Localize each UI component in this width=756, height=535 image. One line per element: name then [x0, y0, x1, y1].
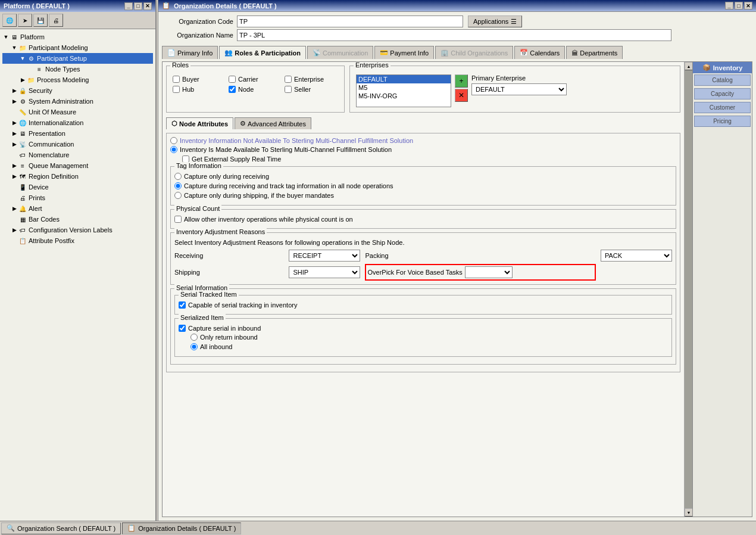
- print-toolbar-btn[interactable]: 🖨: [49, 14, 63, 27]
- applications-button[interactable]: Applications ☰: [468, 15, 522, 27]
- nomenclature-label: Nomenclature: [29, 151, 69, 158]
- sidebar-capacity-btn[interactable]: Capacity: [694, 88, 751, 99]
- tree-item-i18n[interactable]: ▶ 🌐 Internationalization: [2, 117, 153, 128]
- attr-postfix-label: Attribute Postfix: [29, 237, 74, 244]
- tab-primary-info[interactable]: 📄 Primary Info: [162, 46, 218, 59]
- radio-available[interactable]: [170, 146, 177, 153]
- remove-enterprise-btn[interactable]: ✕: [455, 89, 468, 102]
- close-btn[interactable]: ✕: [143, 2, 152, 10]
- enterprise-item-default[interactable]: DEFAULT: [357, 75, 451, 83]
- taskbar-org-details[interactable]: 📋 Organization Details ( DEFAULT ): [122, 522, 241, 534]
- tab-communication[interactable]: 📡 Communication: [307, 46, 373, 59]
- tree-item-process-modeling[interactable]: ▶ 📁 Process Modeling: [2, 74, 153, 85]
- allow-ops-checkbox[interactable]: [174, 216, 182, 223]
- tree-item-sysadmin[interactable]: ▶ ⚙ System Administration: [2, 96, 153, 107]
- sub-tab-node-attributes[interactable]: ⬡ Node Attributes: [166, 117, 233, 129]
- node-label: Node: [238, 86, 254, 93]
- tree-item-nomenclature[interactable]: 🏷 Nomenclature: [2, 150, 153, 160]
- overpick-select[interactable]: [465, 266, 513, 278]
- tab-child-orgs[interactable]: 🏢 Child Organizations: [435, 46, 513, 59]
- hub-checkbox[interactable]: [173, 86, 180, 93]
- main-content-scrollbar[interactable]: ▲ ▼: [684, 62, 692, 517]
- presentation-icon: 🖥: [18, 129, 27, 138]
- tree-root-platform[interactable]: ▼ 🖥 Platform: [2, 32, 153, 42]
- tab-departments[interactable]: 🏛 Departments: [566, 46, 623, 59]
- receiving-select[interactable]: RECEIPT: [289, 250, 360, 262]
- tab-calendars[interactable]: 📅 Calendars: [514, 46, 565, 59]
- radio-all-inbound[interactable]: [190, 343, 198, 350]
- tree-item-bar-codes[interactable]: ▦ Bar Codes: [2, 214, 153, 225]
- scroll-thumb[interactable]: [685, 70, 692, 508]
- tree-item-unit-of-measure[interactable]: 📏 Unit Of Measure: [2, 107, 153, 117]
- forward-toolbar-btn[interactable]: ➤: [18, 14, 32, 27]
- tree-item-participant-modeling[interactable]: ▼ 📁 Participant Modeling: [2, 42, 153, 53]
- radio-capture-receiving-track[interactable]: [174, 182, 182, 189]
- tree-item-presentation[interactable]: ▶ 🖥 Presentation: [2, 128, 153, 139]
- primary-info-label: Primary Info: [177, 49, 213, 57]
- radio-capture-receiving-only[interactable]: [174, 173, 182, 180]
- node-checkbox[interactable]: [229, 86, 236, 93]
- only-return-inbound-label: Only return inbound: [200, 334, 258, 341]
- buyer-checkbox[interactable]: [173, 76, 180, 83]
- org-details-icon: 📋: [162, 2, 170, 10]
- tree-item-security[interactable]: ▶ 🔒 Security: [2, 85, 153, 96]
- add-enterprise-btn[interactable]: +: [455, 74, 468, 88]
- enterprise-item-m5[interactable]: M5: [357, 83, 451, 92]
- globe-toolbar-btn[interactable]: 🌐: [2, 14, 17, 27]
- tree-item-queue-mgmt[interactable]: ▶ ≡ Queue Management: [2, 160, 153, 171]
- bar-codes-icon: ▦: [18, 214, 27, 224]
- org-restore-btn[interactable]: □: [735, 2, 743, 10]
- radio-only-return-inbound[interactable]: [190, 334, 198, 341]
- scroll-up-btn[interactable]: ▲: [685, 62, 692, 70]
- sub-tab-advanced-attributes[interactable]: ⚙ Advanced Attributes: [235, 117, 311, 129]
- sidebar-customer-btn[interactable]: Customer: [694, 102, 751, 113]
- seller-label: Seller: [294, 86, 311, 93]
- tree-item-prints[interactable]: 🖨 Prints: [2, 192, 153, 203]
- tree-item-participant-setup[interactable]: ▼ ⚙ Participant Setup: [2, 53, 153, 64]
- capture-serial-inbound-checkbox[interactable]: [179, 325, 186, 332]
- node-types-label: Node Types: [45, 66, 80, 73]
- toggle-participant-modeling: ▼: [11, 45, 18, 51]
- tree-item-device[interactable]: 📱 Device: [2, 182, 153, 192]
- tree-item-node-types[interactable]: ≡ Node Types: [2, 64, 153, 74]
- node-attributes-content: Inventory Information Not Available To S…: [166, 133, 680, 372]
- capable-serial-tracking-checkbox[interactable]: [179, 301, 186, 309]
- taskbar-org-search[interactable]: 🔍 Organization Search ( DEFAULT ): [1, 522, 121, 534]
- tab-roles-participation[interactable]: 👥 Roles & Participation: [219, 46, 306, 59]
- enterprise-item-m5inv[interactable]: M5-INV-ORG: [357, 92, 451, 100]
- radio-not-available-label: Inventory Information Not Available To S…: [180, 137, 413, 144]
- shipping-select[interactable]: SHIP: [289, 266, 360, 278]
- tab-payment-info[interactable]: 💳 Payment Info: [374, 46, 434, 59]
- uom-icon: 📏: [18, 107, 27, 117]
- org-minimize-btn[interactable]: _: [725, 2, 733, 10]
- primary-enterprise-select[interactable]: DEFAULT: [471, 83, 567, 95]
- seller-checkbox[interactable]: [285, 86, 292, 93]
- save-toolbar-btn[interactable]: 💾: [33, 14, 48, 27]
- sidebar-pricing-btn[interactable]: Pricing: [694, 116, 751, 127]
- tree-item-communication[interactable]: ▶ 📡 Communication: [2, 139, 153, 150]
- org-close-btn[interactable]: ✕: [744, 2, 752, 10]
- org-name-input[interactable]: [237, 29, 671, 41]
- config-version-label: Configuration Version Labels: [29, 226, 113, 234]
- serial-info-section: Serial Information Serial Tracked Item: [170, 288, 676, 365]
- tree-item-alert[interactable]: ▶ 🔔 Alert: [2, 203, 153, 214]
- sidebar-catalog-btn[interactable]: Catalog: [694, 74, 751, 86]
- queue-mgmt-label: Queue Management: [29, 162, 88, 169]
- minimize-btn[interactable]: _: [124, 2, 133, 10]
- tree-item-region-def[interactable]: ▶ 🗺 Region Definition: [2, 171, 153, 182]
- carrier-checkbox[interactable]: [229, 76, 236, 83]
- toggle-presentation: ▶: [11, 130, 18, 136]
- inv-adj-title: Inventory Adjustment Reasons: [174, 228, 267, 235]
- payment-icon: 💳: [380, 49, 388, 57]
- radio-capture-shipping[interactable]: [174, 192, 182, 199]
- packing-select[interactable]: PACK: [601, 250, 672, 262]
- restore-btn[interactable]: □: [134, 2, 142, 10]
- enterprise-checkbox[interactable]: [285, 76, 292, 83]
- enterprise-list[interactable]: DEFAULT M5 M5-INV-ORG: [356, 74, 451, 107]
- tree-item-config-version[interactable]: ▶ 🏷 Configuration Version Labels: [2, 225, 153, 235]
- applications-icon: ☰: [511, 18, 517, 26]
- radio-not-available[interactable]: [170, 137, 177, 144]
- scroll-down-btn[interactable]: ▼: [685, 508, 692, 517]
- org-code-input[interactable]: [237, 15, 463, 27]
- tree-item-attr-postfix[interactable]: 📋 Attribute Postfix: [2, 235, 153, 246]
